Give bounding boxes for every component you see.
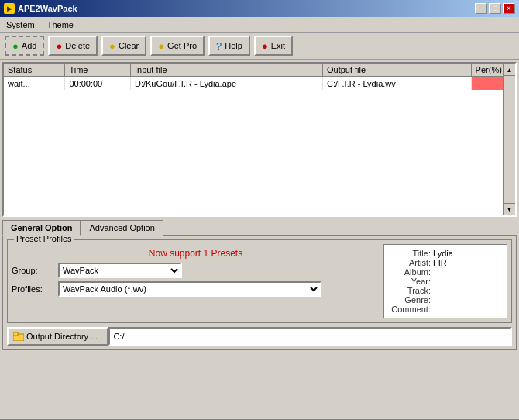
meta-comment-label: Comment: <box>388 305 431 314</box>
meta-comment-row: Comment: <box>388 305 503 314</box>
menu-theme[interactable]: Theme <box>45 19 76 30</box>
help-icon: ? <box>216 40 222 52</box>
tab-general[interactable]: General Option <box>2 220 81 236</box>
app-title: APE2WavPack <box>18 4 77 13</box>
add-button[interactable]: ● Add <box>5 36 44 56</box>
tab-advanced[interactable]: Advanced Option <box>81 220 163 236</box>
meta-genre-row: Genre: <box>388 295 503 305</box>
get-pro-button[interactable]: ● Get Pro <box>150 36 205 56</box>
profiles-select[interactable]: WavPack Audio (*.wv) <box>58 281 321 297</box>
profiles-row: Profiles: WavPack Audio (*.wv) <box>12 281 380 297</box>
file-list-container: Status Time Input file Output file Per(%… <box>2 62 517 217</box>
col-status: Status <box>4 64 65 77</box>
meta-genre-label: Genre: <box>388 295 431 305</box>
main-content: Status Time Input file Output file Per(%… <box>0 60 519 419</box>
svg-rect-1 <box>13 332 18 336</box>
title-controls: _ □ ✕ <box>475 3 515 14</box>
cell-input: D:/KuGou/F.I.R - Lydia.ape <box>130 77 322 90</box>
meta-year-label: Year: <box>388 277 431 286</box>
close-button[interactable]: ✕ <box>503 3 515 14</box>
col-output: Output file <box>322 64 471 77</box>
meta-title-row: Title: Lydia <box>388 249 503 258</box>
scroll-down-arrow[interactable]: ▼ <box>504 203 516 215</box>
menu-system[interactable]: System <box>4 19 37 30</box>
delete-icon: ● <box>56 40 62 52</box>
file-table: Status Time Input file Output file Per(%… <box>4 64 515 90</box>
group-row: Group: WavPack <box>12 263 380 278</box>
preset-support-text: Now support 1 Presets <box>12 248 380 259</box>
output-dir-row: Output Directory . . . <box>7 327 512 346</box>
folder-icon <box>13 332 24 341</box>
preset-profiles-group: Preset Profiles Now support 1 Presets Gr… <box>7 239 512 323</box>
add-icon: ● <box>12 40 19 52</box>
tab-content: Preset Profiles Now support 1 Presets Gr… <box>2 235 517 350</box>
scroll-up-arrow[interactable]: ▲ <box>504 64 516 76</box>
meta-title-label: Title: <box>388 249 431 258</box>
exit-button[interactable]: ● Exit <box>254 36 293 56</box>
meta-artist-label: Artist: <box>388 258 431 267</box>
maximize-button[interactable]: □ <box>489 3 501 14</box>
group-select[interactable]: WavPack <box>58 263 182 278</box>
help-button[interactable]: ? Help <box>208 36 250 56</box>
cell-time: 00:00:00 <box>65 77 131 90</box>
output-dir-input[interactable] <box>108 327 512 346</box>
col-input: Input file <box>130 64 322 77</box>
getpro-icon: ● <box>158 40 164 52</box>
meta-title-val: Lydia <box>433 249 453 258</box>
menu-bar: System Theme <box>0 17 519 33</box>
clear-icon: ● <box>109 40 115 52</box>
meta-artist-val: FIR <box>433 258 447 267</box>
meta-track-row: Track: <box>388 286 503 295</box>
cell-output: C:/F.I.R - Lydia.wv <box>322 77 471 90</box>
minimize-button[interactable]: _ <box>475 3 487 14</box>
profiles-left: Now support 1 Presets Group: WavPack Pro… <box>12 244 380 318</box>
profiles-label: Profiles: <box>12 284 54 294</box>
meta-year-row: Year: <box>388 277 503 286</box>
output-dir-button[interactable]: Output Directory . . . <box>7 327 108 346</box>
options-section: General Option Advanced Option Preset Pr… <box>2 219 517 417</box>
meta-album-row: Album: <box>388 267 503 277</box>
col-time: Time <box>65 64 131 77</box>
metadata-box: Title: Lydia Artist: FIR Album: Year: <box>383 244 507 318</box>
clear-button[interactable]: ● Clear <box>101 36 146 56</box>
meta-album-label: Album: <box>388 267 431 277</box>
delete-button[interactable]: ● Delete <box>48 36 98 56</box>
scrollbar-vertical[interactable]: ▲ ▼ <box>503 64 515 215</box>
profiles-content: Now support 1 Presets Group: WavPack Pro… <box>12 244 507 318</box>
group-label: Group: <box>12 266 54 275</box>
meta-track-label: Track: <box>388 286 431 295</box>
table-row[interactable]: wait... 00:00:00 D:/KuGou/F.I.R - Lydia.… <box>4 77 515 90</box>
exit-icon: ● <box>262 40 268 52</box>
app-icon: ▶ <box>4 3 15 14</box>
cell-status: wait... <box>4 77 65 90</box>
title-bar: ▶ APE2WavPack _ □ ✕ <box>0 0 519 17</box>
meta-artist-row: Artist: FIR <box>388 258 503 267</box>
toolbar: ● Add ● Delete ● Clear ● Get Pro ? Help … <box>0 33 519 60</box>
tabs: General Option Advanced Option <box>2 219 517 235</box>
